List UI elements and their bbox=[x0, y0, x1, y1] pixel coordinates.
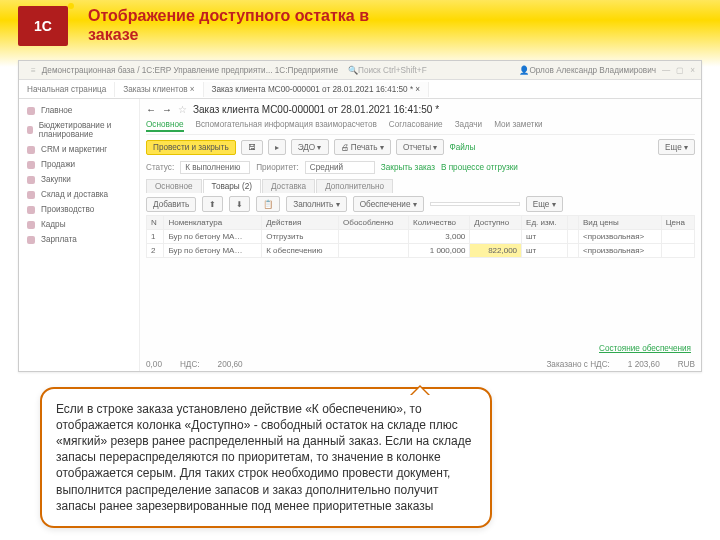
fwd-icon[interactable]: → bbox=[162, 104, 172, 115]
tab-doc[interactable]: Заказ клиента МС00-000001 от 28.01.2021 … bbox=[204, 82, 430, 97]
slide-title: Отображение доступного остатка в заказе bbox=[88, 6, 388, 44]
sidebar-item[interactable]: CRM и маркетинг bbox=[19, 142, 139, 157]
col-nom[interactable]: Номенклатура bbox=[164, 216, 262, 230]
minimize-icon[interactable]: — bbox=[662, 66, 670, 75]
doctab-aux[interactable]: Вспомогательная информация взаиморасчето… bbox=[196, 120, 377, 132]
files-link[interactable]: Файлы bbox=[449, 143, 475, 152]
subtab-extra[interactable]: Дополнительно bbox=[316, 179, 393, 193]
tab-orders[interactable]: Заказы клиентов × bbox=[115, 82, 203, 97]
priority-field[interactable]: Средний bbox=[305, 161, 375, 174]
maximize-icon[interactable]: ▢ bbox=[676, 65, 684, 75]
col-x[interactable] bbox=[568, 216, 579, 230]
sidebar-item[interactable]: Закупки bbox=[19, 172, 139, 187]
tab-home[interactable]: Начальная страница bbox=[19, 82, 115, 97]
col-act[interactable]: Действия bbox=[262, 216, 339, 230]
sidebar-item[interactable]: Продажи bbox=[19, 157, 139, 172]
doctab-main[interactable]: Основное bbox=[146, 120, 184, 132]
edo-button[interactable]: ЭДО ▾ bbox=[291, 139, 329, 155]
supply-state-link[interactable]: Состояние обеспечения bbox=[599, 344, 691, 353]
search-icon[interactable]: 🔍 bbox=[348, 65, 358, 75]
app-window: ≡ Демонстрационная база / 1С:ERP Управле… bbox=[18, 60, 702, 372]
col-price[interactable]: Цена bbox=[661, 216, 694, 230]
subtabs: Основное Товары (2) Доставка Дополнитель… bbox=[146, 179, 695, 193]
doctab-tasks[interactable]: Задачи bbox=[455, 120, 483, 132]
doc-tabs: Основное Вспомогательная информация взаи… bbox=[146, 118, 695, 135]
sidebar-item[interactable]: Кадры bbox=[19, 217, 139, 232]
more-table-button[interactable]: Еще ▾ bbox=[526, 196, 563, 212]
sidebar: Главное Бюджетирование и планирование CR… bbox=[19, 99, 140, 372]
main-area: ← → ☆ Заказ клиента МС00-000001 от 28.01… bbox=[140, 99, 701, 372]
ensure-button[interactable]: Обеспечение ▾ bbox=[353, 196, 424, 212]
titlebar-path: Демонстрационная база / 1С:ERP Управлени… bbox=[42, 66, 338, 75]
footer: 0,00 НДС: 200,60 Заказано с НДС: 1 203,6… bbox=[146, 360, 695, 369]
status-label: Статус: bbox=[146, 163, 174, 172]
print-button[interactable]: 🖨 Печать ▾ bbox=[334, 139, 391, 155]
row-down-button[interactable]: ⬇ bbox=[229, 196, 250, 212]
sidebar-item[interactable]: Производство bbox=[19, 202, 139, 217]
more-button[interactable]: Еще ▾ bbox=[658, 139, 695, 155]
copy-button[interactable]: 📋 bbox=[256, 196, 280, 212]
subtab-goods[interactable]: Товары (2) bbox=[203, 179, 261, 193]
add-button[interactable]: Добавить bbox=[146, 197, 196, 212]
logo-1c: 1C bbox=[18, 6, 68, 46]
in-shipping-link[interactable]: В процессе отгрузки bbox=[441, 163, 518, 172]
col-n[interactable]: N bbox=[147, 216, 164, 230]
vat-label: НДС: bbox=[180, 360, 200, 369]
subtab-main[interactable]: Основное bbox=[146, 179, 202, 193]
sidebar-item[interactable]: Зарплата bbox=[19, 232, 139, 247]
close-order-link[interactable]: Закрыть заказ bbox=[381, 163, 435, 172]
fill-button[interactable]: Заполнить ▾ bbox=[286, 196, 346, 212]
table-search[interactable] bbox=[430, 202, 520, 206]
col-avail[interactable]: Доступно bbox=[470, 216, 522, 230]
logo-icon: ≡ bbox=[31, 66, 36, 75]
table-row[interactable]: 1Бур по бетону МА…Отгрузить 3,000шт <про… bbox=[147, 230, 695, 244]
ordered-label: Заказано с НДС: bbox=[546, 360, 609, 369]
status-field[interactable]: К выполнению bbox=[180, 161, 250, 174]
sidebar-item[interactable]: Бюджетирование и планирование bbox=[19, 118, 139, 142]
priority-label: Приоритет: bbox=[256, 163, 299, 172]
back-icon[interactable]: ← bbox=[146, 104, 156, 115]
titlebar-user[interactable]: Орлов Александр Владимирович bbox=[529, 66, 656, 75]
user-icon[interactable]: 👤 bbox=[519, 65, 529, 75]
available-cell: 822,000 bbox=[470, 244, 522, 258]
col-qty[interactable]: Количество bbox=[409, 216, 470, 230]
save-button[interactable]: 🖫 bbox=[241, 140, 263, 155]
doctab-notes[interactable]: Мои заметки bbox=[494, 120, 542, 132]
table-row[interactable]: 2Бур по бетону МА…К обеспечению 1 000,00… bbox=[147, 244, 695, 258]
post-button[interactable]: ▸ bbox=[268, 139, 286, 155]
window-tabs: Начальная страница Заказы клиентов × Зак… bbox=[19, 80, 701, 99]
star-icon[interactable]: ☆ bbox=[178, 104, 187, 115]
titlebar: ≡ Демонстрационная база / 1С:ERP Управле… bbox=[19, 61, 701, 80]
doc-title: Заказ клиента МС00-000001 от 28.01.2021 … bbox=[193, 104, 439, 115]
col-sep[interactable]: Обособленно bbox=[339, 216, 409, 230]
row-up-button[interactable]: ⬆ bbox=[202, 196, 223, 212]
subtab-delivery[interactable]: Доставка bbox=[262, 179, 315, 193]
titlebar-search[interactable]: Поиск Ctrl+Shift+F bbox=[358, 66, 427, 75]
sidebar-item[interactable]: Главное bbox=[19, 103, 139, 118]
reports-button[interactable]: Отчеты ▾ bbox=[396, 139, 445, 155]
sidebar-item[interactable]: Склад и доставка bbox=[19, 187, 139, 202]
col-unit[interactable]: Ед. изм. bbox=[522, 216, 568, 230]
post-close-button[interactable]: Провести и закрыть bbox=[146, 140, 236, 155]
goods-table: N Номенклатура Действия Обособленно Коли… bbox=[146, 215, 695, 258]
close-icon[interactable]: × bbox=[690, 66, 695, 75]
doctab-agree[interactable]: Согласование bbox=[389, 120, 443, 132]
annotation-callout: Если в строке заказа установлено действи… bbox=[40, 387, 492, 528]
col-pt[interactable]: Вид цены bbox=[578, 216, 661, 230]
